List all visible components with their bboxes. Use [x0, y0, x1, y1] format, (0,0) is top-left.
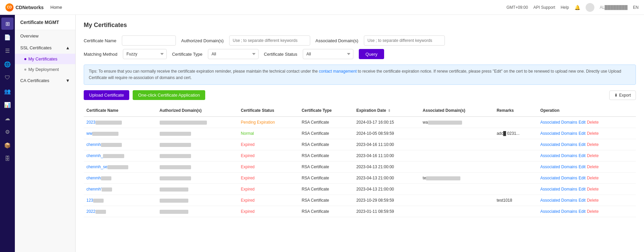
delete-op[interactable]: Delete: [587, 209, 599, 214]
assoc-domains-op[interactable]: Associated Domains: [540, 153, 577, 158]
assoc-domains-input[interactable]: [364, 35, 445, 46]
cert-type-select[interactable]: All RSA Certificate ECC Certificate: [208, 49, 259, 59]
cert-name-blur: ████████: [107, 165, 128, 169]
header-right: GMT+09:00 API Support Help 🔔 AL████████ …: [507, 3, 639, 12]
icon-doc[interactable]: 📄: [1, 31, 14, 43]
nav-home[interactable]: Home: [50, 5, 62, 10]
assoc-domains-op[interactable]: Associated Domains: [540, 176, 577, 180]
cert-name-link[interactable]: chenmh_████████: [86, 153, 124, 158]
delete-op[interactable]: Delete: [587, 131, 599, 136]
help-link[interactable]: Help: [561, 5, 569, 10]
assoc-domains-op[interactable]: Associated Domains: [540, 209, 577, 214]
icon-cloud[interactable]: ☁: [1, 112, 14, 124]
sidebar-item-overview[interactable]: Overview: [15, 30, 75, 42]
lang-selector[interactable]: EN: [633, 5, 639, 10]
logo-text: CDNetworks: [16, 5, 44, 10]
cert-status-select[interactable]: All Normal Expired Pending Expiration: [303, 49, 353, 59]
col-auth-domains: Authorized Domain(s): [157, 105, 238, 117]
cert-type-cell: RSA Certificate: [299, 206, 354, 217]
query-button[interactable]: Query: [359, 49, 384, 59]
status-cell: Expired: [238, 161, 299, 173]
cert-name-link[interactable]: chenmh'████: [86, 187, 112, 192]
expiry-cell: 2023-01-11 08:59:59: [354, 206, 420, 217]
sidebar-item-my-certificates[interactable]: My Certificates: [15, 54, 75, 64]
cert-type-cell: RSA Certificate: [299, 139, 354, 150]
sidebar-item-my-deployment[interactable]: My Deployment: [15, 64, 75, 75]
upload-certificate-button[interactable]: Upload Certificate: [84, 90, 129, 100]
edit-op[interactable]: Edit: [579, 153, 586, 158]
operation-cell: Associated DomainsEditDelete: [538, 173, 636, 184]
auth-domain-cell: ████████████: [157, 139, 238, 150]
delete-op[interactable]: Delete: [587, 187, 599, 192]
operation-cell: Associated DomainsEditDelete: [538, 117, 636, 128]
cert-name-blur: ████: [96, 210, 106, 214]
chevron-up-icon: ▲: [65, 45, 70, 50]
auth-domain-cell: ███████████: [157, 195, 238, 206]
cert-name-input[interactable]: [122, 35, 176, 46]
status-badge: Expired: [241, 142, 255, 147]
delete-op[interactable]: Delete: [587, 176, 599, 180]
icon-chart[interactable]: 📊: [1, 99, 14, 111]
delete-op[interactable]: Delete: [587, 198, 599, 203]
edit-op[interactable]: Edit: [579, 176, 586, 180]
avatar[interactable]: [586, 3, 594, 12]
col-expiry[interactable]: Expiration Date ⇕: [354, 105, 420, 117]
assoc-domains-op[interactable]: Associated Domains: [540, 187, 577, 192]
assoc-domains-op[interactable]: Associated Domains: [540, 120, 577, 125]
assoc-domains-op[interactable]: Associated Domains: [540, 165, 577, 169]
notification-bell-icon[interactable]: 🔔: [574, 5, 580, 10]
logo-icon: CD: [5, 3, 14, 11]
icon-box[interactable]: 📦: [1, 139, 14, 151]
delete-op[interactable]: Delete: [587, 120, 599, 125]
col-cert-status: Certificate Status: [238, 105, 299, 117]
sidebar-item-ca[interactable]: CA Certificates ▼: [15, 75, 75, 86]
cert-name-link[interactable]: ww██████████: [86, 131, 118, 136]
top-header: CD CDNetworks Home GMT+09:00 API Support…: [0, 0, 644, 15]
sidebar-title: Certificate MGMT: [15, 15, 75, 30]
edit-op[interactable]: Edit: [579, 198, 586, 203]
assoc-domain-cell: [420, 128, 494, 139]
edit-op[interactable]: Edit: [579, 120, 586, 125]
edit-op[interactable]: Edit: [579, 209, 586, 214]
matching-method-select[interactable]: Fuzzy Exact: [123, 49, 167, 59]
icon-globe[interactable]: 🌐: [1, 58, 14, 70]
cert-type-cell: RSA Certificate: [299, 117, 354, 128]
icon-people[interactable]: 👥: [1, 85, 14, 97]
delete-op[interactable]: Delete: [587, 153, 599, 158]
icon-list[interactable]: ☰: [1, 45, 14, 57]
auth-domain-blur: ████████████: [160, 165, 191, 169]
cert-name-cell: 123████: [84, 195, 157, 206]
edit-op[interactable]: Edit: [579, 142, 586, 147]
cert-name-link[interactable]: chenmh_se████████: [86, 165, 128, 169]
icon-grid[interactable]: ⊞: [1, 18, 14, 30]
cert-name-blur: ████████: [101, 143, 122, 147]
icon-shield[interactable]: 🛡: [1, 72, 14, 84]
delete-op[interactable]: Delete: [587, 142, 599, 147]
cert-name-link[interactable]: 123████: [86, 198, 104, 203]
assoc-domains-op[interactable]: Associated Domains: [540, 131, 577, 136]
assoc-domain-cell: te█████████████: [420, 173, 494, 184]
operation-cell: Associated DomainsEditDelete: [538, 161, 636, 173]
table-row: 2023████████████████████████████Pending …: [84, 117, 636, 128]
edit-op[interactable]: Edit: [579, 187, 586, 192]
icon-db[interactable]: 🗄: [1, 153, 14, 165]
edit-op[interactable]: Edit: [579, 165, 586, 169]
assoc-domains-op[interactable]: Associated Domains: [540, 198, 577, 203]
api-support-link[interactable]: API Support: [533, 5, 555, 10]
assoc-domains-op[interactable]: Associated Domains: [540, 142, 577, 147]
status-cell: Expired: [238, 184, 299, 195]
remarks-cell: [494, 184, 537, 195]
cert-name-link[interactable]: 2022████: [86, 209, 106, 214]
auth-domains-input[interactable]: [229, 35, 310, 46]
export-button[interactable]: ⬇ Export: [609, 91, 636, 100]
edit-op[interactable]: Edit: [579, 131, 586, 136]
cert-name-link[interactable]: chenmh████████: [86, 142, 122, 147]
remarks-cell: test1018: [494, 195, 537, 206]
sidebar-item-ssl[interactable]: SSL Certificates ▲: [15, 42, 75, 54]
icon-gear[interactable]: ⚙: [1, 126, 14, 138]
oneclick-certificate-button[interactable]: One-click Certificate Application: [133, 90, 205, 100]
cert-name-link[interactable]: chenmh████: [86, 176, 111, 180]
contact-management-link[interactable]: contact management: [319, 69, 357, 74]
delete-op[interactable]: Delete: [587, 165, 599, 169]
cert-name-link[interactable]: 2023██████████: [86, 120, 122, 125]
